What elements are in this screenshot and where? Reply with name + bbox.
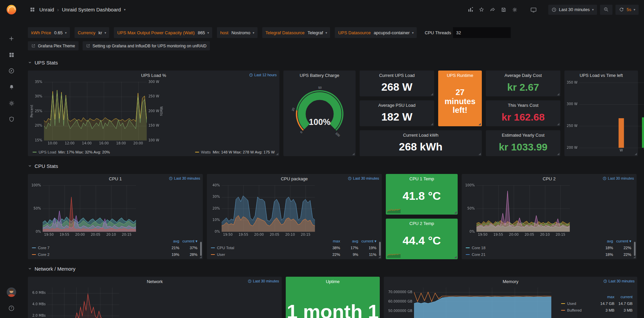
variable-cpu-threads: CPU Threads: [421, 27, 511, 38]
legend-header[interactable]: maxavgcurrent ▾: [208, 238, 378, 244]
time-range-label: Last 30 minutes: [559, 7, 590, 12]
legend-header[interactable]: avgcurrent ▾: [29, 238, 199, 244]
row-header-cpu-stats[interactable]: CPU Stats: [28, 162, 639, 170]
panel-title[interactable]: UPS Load vs Time left: [564, 71, 638, 80]
legend-row[interactable]: Used14.7 GB14.7 GB: [558, 300, 634, 307]
share-icon[interactable]: [489, 6, 497, 14]
variable-ups-datasource[interactable]: UPS Datasource apcupsd-container▾: [335, 27, 417, 38]
panel-title[interactable]: CPU package Last 30 minutes: [207, 174, 382, 183]
time-caret-icon: ▾: [592, 8, 594, 11]
cpu-package-chart[interactable]: [208, 183, 318, 238]
network-chart[interactable]: [29, 285, 123, 318]
panel-title[interactable]: CPU 2 Temp: [386, 219, 458, 228]
legend-row[interactable]: Core 219%28%: [29, 251, 199, 258]
legend-row[interactable]: Core 2118%22%: [463, 251, 633, 258]
legend-row[interactable]: Core 1818%22%: [463, 244, 633, 251]
cpu1-chart[interactable]: [29, 183, 139, 238]
legend-scrollbar[interactable]: [200, 242, 202, 256]
dashboards-icon[interactable]: [0, 47, 23, 63]
panel-cpu1-temp: CPU 1 Temp 41.8 °C: [386, 174, 458, 215]
refresh-picker[interactable]: 5s ▾: [615, 5, 639, 15]
cpu2-chart[interactable]: [462, 183, 572, 238]
ups-stats-grid: UPS Load % Last 12 hours UPS Load Min: 1…: [28, 71, 639, 156]
legend-scrollbar[interactable]: [634, 242, 636, 256]
panel-title[interactable]: Average PSU Load: [360, 100, 434, 110]
settings-gear-icon[interactable]: [511, 6, 519, 14]
dashboard-title[interactable]: Unraid System Dashboard: [62, 7, 121, 12]
panel-title[interactable]: This Years Cost: [486, 100, 560, 110]
memory-chart[interactable]: [384, 285, 554, 318]
zoom-out-button[interactable]: [600, 5, 612, 15]
user-avatar[interactable]: [6, 287, 16, 299]
tv-mode-icon[interactable]: [530, 6, 538, 14]
legend-row[interactable]: Core 721%37%: [29, 244, 199, 251]
panel-uptime: Uptime 1 month 1: [286, 277, 380, 318]
caret-down-icon: ▾: [412, 31, 414, 35]
panel-title[interactable]: CPU 1 Last 30 minutes: [28, 174, 203, 183]
legend-table: avgcurrent ▾Core 1818%22%Core 2118%22%: [463, 238, 633, 258]
panel-title[interactable]: Current UPS Load: [360, 71, 434, 80]
legend-item[interactable]: UPS Load Min: 17% Max: 32% Avg: 20%: [33, 150, 110, 154]
add-panel-icon[interactable]: [466, 6, 474, 14]
explore-compass-icon[interactable]: [0, 63, 23, 79]
variable-currency[interactable]: Currency kr▾: [75, 27, 109, 38]
external-link-icon: [31, 44, 36, 48]
grafana-logo-icon[interactable]: [5, 3, 18, 17]
configuration-gear-icon[interactable]: [0, 95, 23, 111]
clock-icon: [603, 177, 606, 180]
chevron-down-icon: [28, 164, 32, 168]
legend-item[interactable]: Watts Min: 148 W Max: 278 W Avg: 175 W: [195, 150, 275, 154]
dashboard-caret-icon[interactable]: ▾: [124, 8, 126, 11]
help-icon[interactable]: ?: [0, 303, 23, 314]
server-admin-shield-icon[interactable]: [0, 111, 23, 127]
legend-scrollbar[interactable]: [379, 242, 381, 256]
stat-value: 182 W: [360, 110, 434, 126]
time-override-label: Last 30 minutes: [603, 279, 635, 283]
refresh-interval-label: 5s: [627, 7, 631, 12]
variable-telegraf-datasource[interactable]: Telegraf Datasource Telegraf▾: [262, 27, 330, 38]
panel-title[interactable]: UPS Battery Charge: [283, 71, 356, 80]
network-memory-grid: Network Last 30 minutes Uptime 1 month 1…: [28, 277, 639, 318]
ups-load-vs-time-chart[interactable]: [565, 80, 644, 153]
ups-load-chart[interactable]: [29, 79, 163, 146]
variable-host[interactable]: host Nostromo▾: [217, 27, 258, 38]
breadcrumb-app[interactable]: Unraid: [39, 7, 54, 12]
link-ups-monitoring-guide[interactable]: Setting up Grafana and InfluxDB for UPS …: [83, 41, 210, 50]
clock-icon: [603, 279, 607, 283]
legend-table: maxcurrentUsed14.7 GB14.7 GBBuffered3 MB…: [558, 293, 634, 314]
panel-title[interactable]: UPS Load % Last 12 hours: [28, 71, 279, 80]
panel-title[interactable]: Average Daily Cost: [486, 71, 560, 80]
svg-text:100: 100: [335, 132, 340, 137]
legend-header[interactable]: maxcurrent: [558, 293, 634, 300]
panel-title[interactable]: Estimated Yearly Cost: [486, 130, 560, 140]
panel-title[interactable]: Uptime: [286, 277, 380, 286]
breadcrumb: Unraid › Unraid System Dashboard ▾: [28, 6, 126, 14]
external-link-icon: [86, 44, 90, 48]
create-plus-icon[interactable]: [0, 31, 23, 47]
clock-icon: [249, 73, 253, 77]
battery-gauge[interactable]: 0 20 50 100 100%: [283, 80, 356, 138]
time-override-label: Last 30 minutes: [169, 176, 200, 180]
row-header-ups-stats[interactable]: UPS Stats: [28, 59, 639, 66]
legend-header[interactable]: avgcurrent ▾: [463, 238, 633, 244]
legend-row[interactable]: Buffered3 MB3 MB: [558, 307, 634, 314]
panel-title[interactable]: Current Load kWh: [360, 130, 482, 140]
alerting-bell-icon[interactable]: [0, 79, 23, 95]
variable-kwh-price[interactable]: kWh Price 0.65▾: [28, 27, 70, 38]
time-override-label: Last 12 hours: [249, 73, 277, 77]
time-range-picker[interactable]: Last 30 minutes ▾: [548, 5, 597, 15]
link-grafana-plex-theme[interactable]: Grafana Plex Theme: [28, 41, 79, 50]
time-override-label: Last 30 minutes: [248, 279, 279, 283]
cpu-threads-input[interactable]: [453, 27, 511, 38]
panel-title[interactable]: CPU 2 Last 30 minutes: [462, 174, 637, 183]
variable-ups-max-power[interactable]: UPS Max Output Power Capacity (Watt) 865…: [114, 27, 212, 38]
row-header-network-memory[interactable]: Network / Memory: [28, 265, 639, 272]
panel-title[interactable]: Memory Last 30 minutes: [384, 277, 637, 286]
legend-row[interactable]: CPU Total38%17%19%: [208, 244, 378, 251]
star-icon[interactable]: [477, 6, 486, 14]
save-icon[interactable]: [500, 6, 508, 14]
panel-title[interactable]: Network Last 30 minutes: [28, 277, 282, 286]
panel-title[interactable]: CPU 1 Temp: [386, 174, 458, 183]
panel-title[interactable]: UPS Runtime: [438, 71, 482, 80]
legend-row[interactable]: User22%9%11%: [208, 251, 378, 258]
